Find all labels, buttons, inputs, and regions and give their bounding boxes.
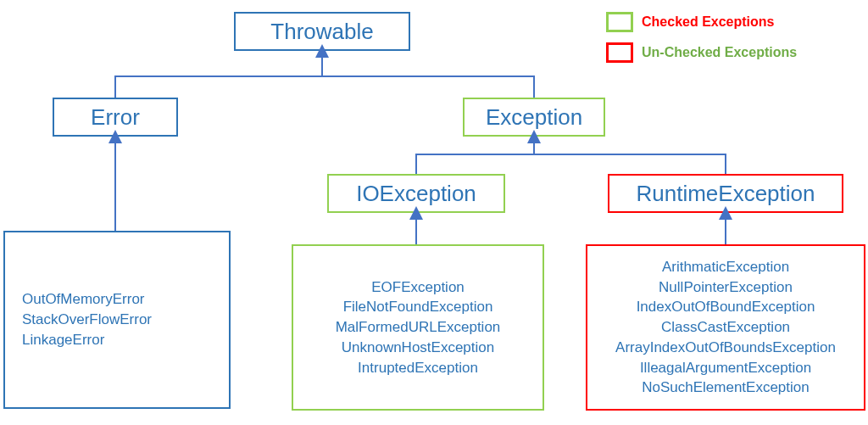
connectors: [0, 0, 868, 425]
